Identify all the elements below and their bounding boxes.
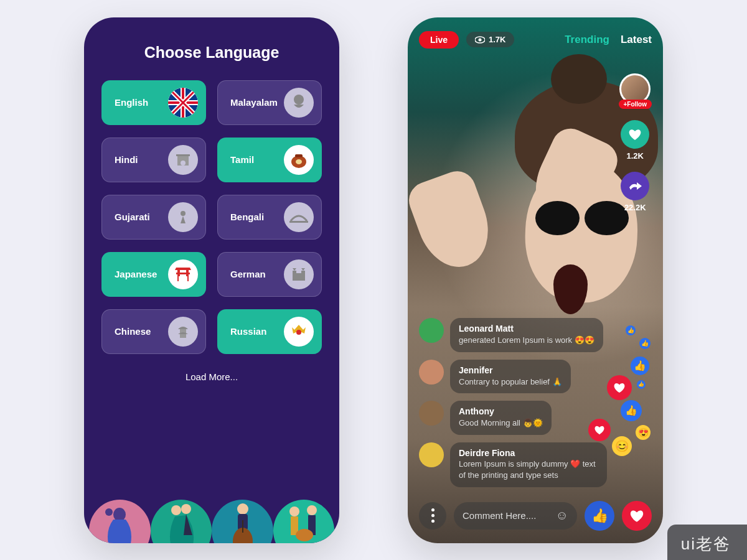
- svg-point-38: [296, 529, 313, 541]
- svg-point-27: [105, 508, 113, 516]
- language-label: Tamil: [230, 154, 254, 165]
- flag-uk-icon: [168, 88, 198, 118]
- language-grid: English Malayalam Hindi Tamil Gujarati: [101, 80, 322, 354]
- load-more-button[interactable]: Load More...: [101, 371, 322, 382]
- illustration-duet-guitar: [273, 500, 335, 543]
- share-action[interactable]: 22.2K: [621, 172, 649, 212]
- live-badge: Live: [419, 31, 459, 49]
- comment-placeholder: Comment Here....: [463, 510, 551, 521]
- language-card-malayalam[interactable]: Malayalam: [217, 80, 322, 125]
- follow-button[interactable]: +Follow: [619, 100, 652, 109]
- svg-marker-22: [301, 268, 305, 271]
- commenter-name: Anthony: [459, 406, 543, 418]
- comment-item: Deirdre Fiona Lorem Ipsum is simply dumm…: [419, 442, 607, 487]
- commenter-avatar[interactable]: [419, 401, 444, 426]
- language-card-russian[interactable]: Russian: [217, 309, 322, 354]
- comment-text: Good Morning all 👦🌞: [459, 418, 543, 429]
- illustration-ballroom-couple: [151, 500, 212, 543]
- heart-button[interactable]: [622, 501, 652, 531]
- language-card-tamil[interactable]: Tamil: [217, 138, 322, 182]
- dancer-icon: [168, 202, 198, 232]
- eye-icon: [475, 36, 485, 44]
- language-label: Russian: [230, 326, 266, 337]
- viewers-badge: 1.7K: [466, 32, 514, 47]
- commenter-avatar[interactable]: [419, 318, 444, 343]
- streamer-avatar-wrap[interactable]: +Follow: [619, 73, 652, 109]
- pot-icon: [284, 145, 314, 175]
- like-count: 1.2K: [627, 151, 644, 161]
- language-label: Chinese: [115, 326, 151, 337]
- tab-latest[interactable]: Latest: [621, 34, 652, 46]
- svg-rect-10: [295, 154, 303, 157]
- top-bar: Live 1.7K Trending Latest: [419, 31, 652, 49]
- gate-india-icon: [168, 145, 198, 175]
- language-card-chinese[interactable]: Chinese: [101, 309, 206, 354]
- tab-trending[interactable]: Trending: [565, 34, 609, 46]
- thumbs-up-button[interactable]: 👍: [585, 501, 614, 531]
- language-label: Bengali: [230, 212, 264, 222]
- svg-rect-16: [176, 273, 190, 274]
- commenter-avatar[interactable]: [419, 360, 444, 385]
- svg-point-28: [171, 505, 181, 515]
- commenter-avatar[interactable]: [419, 442, 444, 467]
- svg-point-29: [181, 504, 191, 514]
- comment-input[interactable]: Comment Here.... ☺: [454, 502, 577, 530]
- viewers-count: 1.7K: [489, 35, 505, 44]
- comment-bubble: Anthony Good Morning all 👦🌞: [450, 401, 552, 434]
- comment-bubble: Jennifer Contrary to popular belief 🙏: [450, 360, 571, 393]
- comment-stream: Leonard Matt generated Lorem Ipsum is wo…: [419, 318, 607, 487]
- kathakali-icon: [284, 88, 314, 118]
- svg-point-30: [237, 503, 248, 515]
- comment-bubble: Leonard Matt generated Lorem Ipsum is wo…: [450, 318, 603, 352]
- language-card-gujarati[interactable]: Gujarati: [101, 195, 206, 240]
- share-icon: [621, 172, 649, 200]
- svg-rect-20: [301, 271, 305, 281]
- comment-item: Leonard Matt generated Lorem Ipsum is wo…: [419, 318, 607, 352]
- watermark-logo: ui老爸: [681, 533, 731, 555]
- emoji-picker-icon[interactable]: ☺: [556, 508, 568, 523]
- svg-point-12: [181, 211, 186, 216]
- svg-rect-19: [293, 271, 296, 281]
- bottom-illustrations: [84, 500, 339, 543]
- watermark: ui老爸: [667, 525, 747, 560]
- comment-item: Anthony Good Morning all 👦🌞: [419, 401, 607, 434]
- language-label: German: [230, 269, 266, 279]
- language-card-german[interactable]: German: [217, 252, 322, 297]
- svg-marker-21: [293, 268, 296, 271]
- illustration-cellist: [212, 500, 273, 543]
- comment-text: generated Lorem Ipsum is work 😍😍: [459, 335, 594, 346]
- language-card-japanese[interactable]: Japanese: [101, 252, 206, 297]
- svg-point-35: [307, 505, 317, 515]
- language-card-hindi[interactable]: Hindi: [101, 138, 206, 182]
- live-video-screen: Live 1.7K Trending Latest +Follow 1.2K 2…: [408, 17, 663, 543]
- svg-rect-8: [176, 154, 190, 156]
- comment-item: Jennifer Contrary to popular belief 🙏: [419, 360, 607, 393]
- svg-rect-33: [242, 520, 243, 533]
- comment-input-row: Comment Here.... ☺ 👍: [419, 501, 652, 531]
- bridge-icon: [284, 202, 314, 232]
- language-label: Japanese: [115, 269, 157, 279]
- like-action[interactable]: 1.2K: [621, 120, 649, 161]
- language-card-bengali[interactable]: Bengali: [217, 195, 322, 240]
- torii-icon: [168, 259, 198, 289]
- share-count: 22.2K: [624, 203, 646, 212]
- svg-rect-24: [180, 334, 186, 338]
- more-button[interactable]: [419, 502, 446, 530]
- language-card-english[interactable]: English: [101, 80, 206, 125]
- heart-icon: [621, 120, 649, 149]
- illustration-indian-dancer: [89, 500, 151, 543]
- language-label: English: [115, 97, 148, 108]
- svg-rect-7: [181, 161, 186, 166]
- language-select-screen: Choose Language English Malayalam Hindi …: [84, 17, 339, 543]
- comment-bubble: Deirdre Fiona Lorem Ipsum is simply dumm…: [450, 442, 607, 487]
- commenter-name: Jennifer: [459, 365, 562, 376]
- svg-point-5: [294, 95, 304, 105]
- side-action-rail: +Follow 1.2K 22.2K: [619, 73, 652, 212]
- svg-point-34: [289, 506, 299, 516]
- svg-rect-17: [179, 276, 187, 281]
- page-title: Choose Language: [101, 44, 322, 62]
- language-label: Gujarati: [115, 212, 150, 222]
- comment-text: Lorem Ipsum is simply dummy ❤️ text of t…: [459, 459, 598, 480]
- feed-tabs: Trending Latest: [565, 34, 652, 46]
- language-label: Hindi: [115, 154, 138, 165]
